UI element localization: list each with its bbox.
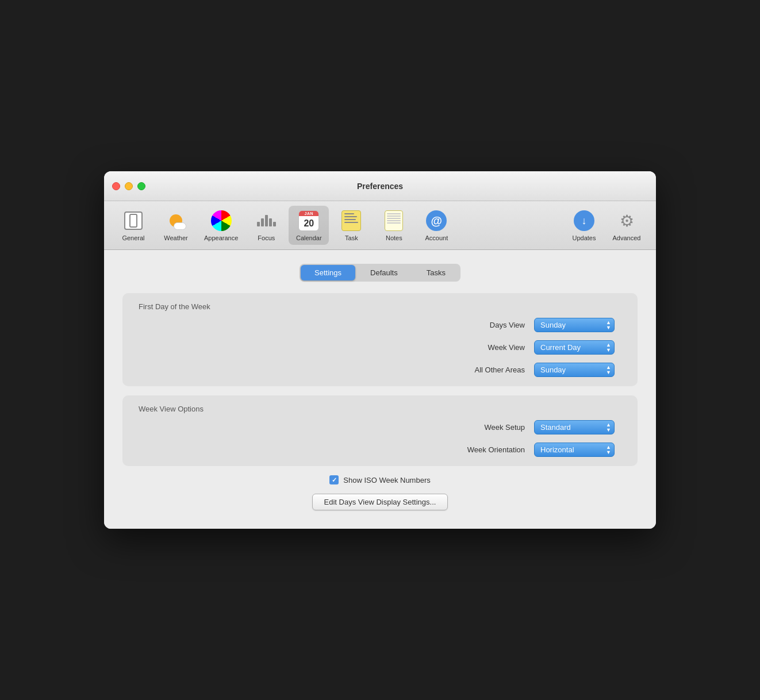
preferences-window: Preferences General Weather	[104, 171, 656, 529]
week-setup-label: Week Setup	[444, 423, 525, 432]
toolbar-item-advanced[interactable]: ⚙ Advanced	[607, 206, 647, 245]
close-button[interactable]	[112, 182, 120, 190]
week-orientation-label: Week Orientation	[444, 445, 525, 454]
advanced-icon: ⚙	[615, 209, 638, 232]
toolbar-label-weather: Weather	[164, 234, 187, 241]
other-areas-row: All Other Areas Sunday Monday ▲ ▼	[134, 363, 626, 377]
tab-defaults[interactable]: Defaults	[356, 265, 412, 280]
task-icon	[340, 209, 363, 232]
toolbar-item-updates[interactable]: ↓ Updates	[564, 206, 604, 245]
week-view-row: Week View Current Day Sunday Monday ▲ ▼	[134, 340, 626, 355]
show-iso-checkbox[interactable]: ✓	[329, 475, 339, 484]
iso-week-row: ✓ Show ISO Week Numbers	[122, 475, 638, 484]
focus-icon	[255, 209, 278, 232]
week-view-label: Week View	[444, 343, 525, 352]
days-view-select-wrapper: Sunday Monday Tuesday ▲ ▼	[534, 318, 615, 332]
week-view-select-wrapper: Current Day Sunday Monday ▲ ▼	[534, 340, 615, 355]
week-orientation-row: Week Orientation Horizontal Vertical ▲ ▼	[134, 443, 626, 457]
notes-icon	[382, 209, 405, 232]
days-view-row: Days View Sunday Monday Tuesday ▲ ▼	[134, 318, 626, 332]
account-icon: @	[425, 209, 448, 232]
updates-icon: ↓	[573, 209, 596, 232]
week-setup-row: Week Setup Standard ISO ▲ ▼	[134, 420, 626, 434]
segmented-control: Settings Defaults Tasks	[122, 264, 638, 282]
toolbar-item-notes[interactable]: Notes	[374, 206, 414, 245]
calendar-icon: JAN 20	[297, 209, 320, 232]
toolbar-item-task[interactable]: Task	[331, 206, 371, 245]
window-title: Preferences	[357, 182, 403, 191]
week-orientation-select-wrapper: Horizontal Vertical ▲ ▼	[534, 443, 615, 457]
other-areas-select[interactable]: Sunday Monday	[534, 363, 615, 377]
toolbar-label-updates: Updates	[573, 234, 596, 241]
toolbar-item-account[interactable]: @ Account	[416, 206, 456, 245]
week-orientation-select[interactable]: Horizontal Vertical	[534, 443, 615, 457]
toolbar-item-focus[interactable]: Focus	[246, 206, 286, 245]
toolbar-item-appearance[interactable]: Appearance	[198, 206, 244, 245]
toolbar-label-notes: Notes	[386, 234, 402, 241]
days-view-select[interactable]: Sunday Monday Tuesday	[534, 318, 615, 332]
appearance-icon	[210, 209, 233, 232]
toolbar-label-general: General	[122, 234, 144, 241]
first-day-label: First Day of the Week	[134, 302, 626, 311]
toolbar-label-advanced: Advanced	[613, 234, 641, 241]
week-setup-select-wrapper: Standard ISO ▲ ▼	[534, 420, 615, 434]
weather-icon	[164, 209, 187, 232]
toolbar-item-weather[interactable]: Weather	[156, 206, 196, 245]
other-areas-label: All Other Areas	[444, 366, 525, 374]
days-view-label: Days View	[444, 321, 525, 329]
show-iso-label[interactable]: ✓ Show ISO Week Numbers	[329, 475, 430, 484]
minimize-button[interactable]	[125, 182, 133, 190]
toolbar-item-calendar[interactable]: JAN 20 Calendar	[289, 206, 329, 245]
other-areas-select-wrapper: Sunday Monday ▲ ▼	[534, 363, 615, 377]
general-icon	[122, 209, 145, 232]
tab-tasks[interactable]: Tasks	[413, 265, 459, 280]
toolbar-label-account: Account	[425, 234, 448, 241]
content-area: Settings Defaults Tasks First Day of the…	[104, 250, 656, 529]
traffic-lights	[112, 182, 145, 190]
toolbar: General Weather Appearance	[104, 201, 656, 250]
week-setup-select[interactable]: Standard ISO	[534, 420, 615, 434]
titlebar: Preferences	[104, 171, 656, 201]
week-view-section-label: Week View Options	[134, 405, 626, 413]
toolbar-label-calendar: Calendar	[296, 234, 322, 241]
first-day-section: First Day of the Week Days View Sunday M…	[122, 293, 638, 386]
fullscreen-button[interactable]	[137, 182, 145, 190]
edit-days-view-button[interactable]: Edit Days View Display Settings...	[312, 494, 448, 510]
toolbar-label-focus: Focus	[258, 234, 275, 241]
tab-settings[interactable]: Settings	[301, 265, 355, 280]
week-view-select[interactable]: Current Day Sunday Monday	[534, 340, 615, 355]
toolbar-item-general[interactable]: General	[113, 206, 153, 245]
week-view-section: Week View Options Week Setup Standard IS…	[122, 395, 638, 466]
toolbar-label-appearance: Appearance	[204, 234, 238, 241]
toolbar-label-task: Task	[345, 234, 358, 241]
